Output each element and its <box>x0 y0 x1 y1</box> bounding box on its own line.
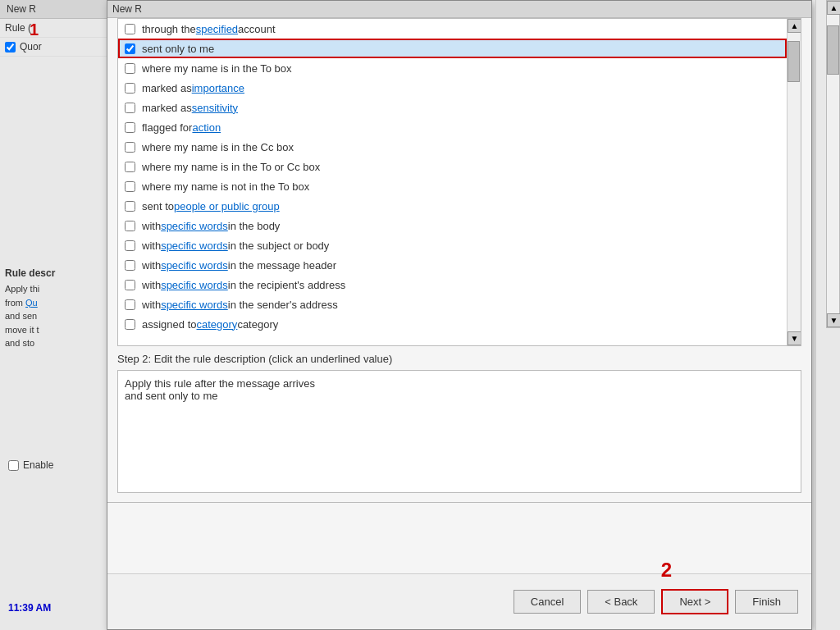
rule-desc-line-1: from Qu <box>5 298 38 308</box>
conditions-container: through the specified accountsent only t… <box>117 18 801 346</box>
condition-checkbox-0[interactable] <box>125 24 135 34</box>
condition-link-3[interactable]: importance <box>192 82 244 94</box>
condition-checkbox-5[interactable] <box>125 122 135 133</box>
condition-checkbox-8[interactable] <box>125 181 135 192</box>
scroll-track[interactable] <box>788 33 801 331</box>
condition-checkbox-2[interactable] <box>125 63 135 74</box>
rules-wizard-dialog: New R through the specified accountsent … <box>107 0 812 630</box>
step2-section: Step 2: Edit the rule description (click… <box>107 346 811 502</box>
condition-link-14[interactable]: specific words <box>161 299 228 311</box>
timestamp: 11:39 AM <box>8 602 51 614</box>
right-scroll-down[interactable]: ▼ <box>827 313 840 327</box>
condition-item-4[interactable]: marked as sensitivity <box>118 98 801 117</box>
condition-checkbox-14[interactable] <box>125 299 135 310</box>
condition-item-8[interactable]: where my name is not in the To box <box>118 176 801 196</box>
left-panel-header: New R <box>0 0 122 19</box>
scrollbar-inner[interactable]: ▲ ▼ <box>826 0 840 328</box>
condition-item-5[interactable]: flagged for action <box>118 117 801 137</box>
enable-section: Enable <box>8 459 53 471</box>
condition-item-7[interactable]: where my name is in the To or Cc box <box>118 157 801 176</box>
rule-desc-line-0: Apply thi <box>5 284 39 294</box>
conditions-list-wrapper: through the specified accountsent only t… <box>117 18 801 346</box>
condition-item-0[interactable]: through the specified account <box>118 19 801 39</box>
condition-link-0[interactable]: specified <box>196 23 238 35</box>
condition-item-13[interactable]: with specific words in the recipient's a… <box>118 275 801 294</box>
condition-checkbox-13[interactable] <box>125 280 135 290</box>
condition-checkbox-7[interactable] <box>125 162 135 172</box>
quorum-checkbox[interactable] <box>5 42 16 52</box>
condition-item-15[interactable]: assigned to category category <box>118 314 801 334</box>
condition-link-9[interactable]: people or public group <box>174 200 280 212</box>
cancel-button[interactable]: Cancel <box>514 590 581 614</box>
scroll-down-arrow[interactable]: ▼ <box>788 331 801 345</box>
scroll-up-arrow[interactable]: ▲ <box>788 19 801 33</box>
condition-link-10[interactable]: specific words <box>161 220 228 232</box>
condition-link-13[interactable]: specific words <box>161 279 228 291</box>
step2-label: Step 2: Edit the rule description (click… <box>117 353 801 365</box>
conditions-list: through the specified accountsent only t… <box>118 19 801 334</box>
condition-checkbox-11[interactable] <box>125 240 135 251</box>
enable-label: Enable <box>23 459 53 471</box>
back-button[interactable]: < Back <box>587 590 655 614</box>
rule-desc-line-3: move it t <box>5 325 39 335</box>
condition-checkbox-9[interactable] <box>125 201 135 212</box>
right-scroll-up[interactable]: ▲ <box>827 1 840 15</box>
finish-button[interactable]: Finish <box>735 590 798 614</box>
step2-textarea[interactable] <box>117 370 801 493</box>
condition-link-4[interactable]: sensitivity <box>192 102 238 114</box>
rule-column-label: Rule ( <box>5 22 31 34</box>
condition-link-5[interactable]: action <box>192 121 221 134</box>
from-link[interactable]: Qu <box>25 298 38 308</box>
condition-item-11[interactable]: with specific words in the subject or bo… <box>118 235 801 255</box>
left-panel: New R Rule ( Quor Rule descr Apply thi f… <box>0 0 123 630</box>
condition-item-1[interactable]: sent only to me <box>118 39 801 58</box>
condition-checkbox-12[interactable] <box>125 260 135 271</box>
condition-item-3[interactable]: marked as importance <box>118 78 801 98</box>
condition-item-2[interactable]: where my name is in the To box <box>118 58 801 78</box>
condition-checkbox-10[interactable] <box>125 221 135 231</box>
condition-checkbox-1[interactable] <box>125 43 135 54</box>
rule-desc-line-2: and sen <box>5 311 37 321</box>
condition-checkbox-15[interactable] <box>125 319 135 330</box>
condition-item-10[interactable]: with specific words in the body <box>118 216 801 235</box>
condition-link-12[interactable]: specific words <box>161 259 228 272</box>
quorum-row[interactable]: Quor <box>0 38 122 57</box>
condition-link-11[interactable]: specific words <box>161 240 228 252</box>
condition-item-12[interactable]: with specific words in the message heade… <box>118 255 801 275</box>
condition-item-6[interactable]: where my name is in the Cc box <box>118 137 801 157</box>
right-scroll-thumb[interactable] <box>827 25 839 75</box>
next-button[interactable]: Next > <box>661 589 728 614</box>
rule-desc-text: Apply thi from Qu and sen move it t and … <box>5 282 116 350</box>
sent-only-to-me-annotation-box <box>118 39 787 58</box>
scroll-thumb[interactable] <box>788 41 800 82</box>
condition-checkbox-6[interactable] <box>125 142 135 153</box>
condition-link-15[interactable]: category <box>197 318 238 331</box>
condition-item-14[interactable]: with specific words in the sender's addr… <box>118 294 801 314</box>
condition-checkbox-3[interactable] <box>125 83 135 94</box>
rule-desc-section: Rule descr Apply thi from Qu and sen mov… <box>0 262 121 355</box>
dialog-top-bar: New R <box>107 1 811 18</box>
quorum-label: Quor <box>20 41 42 52</box>
rule-desc-line-4: and sto <box>5 338 34 348</box>
rule-row: Rule ( <box>0 19 122 38</box>
condition-checkbox-4[interactable] <box>125 103 135 113</box>
right-scrollbar: ▲ ▼ <box>815 0 840 630</box>
rule-desc-label: Rule descr <box>5 267 116 279</box>
button-bar: Cancel < Back Next > Finish <box>107 573 811 629</box>
divider <box>107 502 811 503</box>
condition-item-9[interactable]: sent to people or public group <box>118 196 801 216</box>
conditions-scrollbar[interactable]: ▲ ▼ <box>787 19 801 345</box>
enable-checkbox[interactable] <box>8 460 19 471</box>
